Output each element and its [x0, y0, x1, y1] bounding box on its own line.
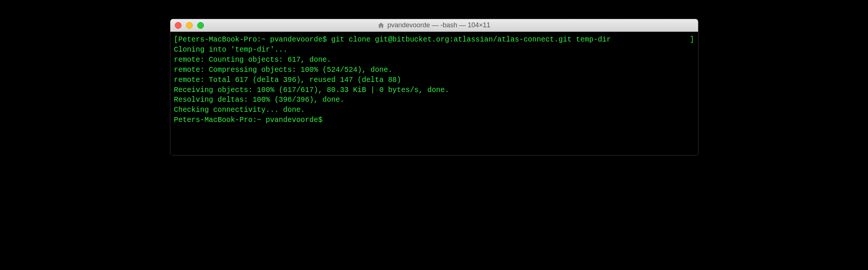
output-line: remote: Total 617 (delta 396), reused 14…: [174, 75, 694, 85]
output-line: Checking connectivity... done.: [174, 105, 694, 115]
output-line: Cloning into 'temp-dir'...: [174, 45, 694, 55]
output-line: remote: Compressing objects: 100% (524/5…: [174, 65, 694, 75]
final-prompt-line: Peters-MacBook-Pro:~ pvandevoorde$: [174, 115, 694, 125]
prompt-content: Peters-MacBook-Pro:~ pvandevoorde$ git c…: [178, 35, 690, 45]
output-line: remote: Counting objects: 617, done.: [174, 55, 694, 65]
close-button[interactable]: [175, 22, 182, 29]
prompt-open-bracket: [: [174, 35, 179, 45]
prompt-line: [ Peters-MacBook-Pro:~ pvandevoorde$ git…: [174, 35, 694, 45]
home-icon: [378, 22, 384, 29]
terminal-window: pvandevoorde — -bash — 104×11 [ Peters-M…: [170, 19, 698, 156]
traffic-lights: [175, 22, 204, 29]
prompt-close-bracket: ]: [690, 35, 694, 45]
output-line: Receiving objects: 100% (617/617), 80.33…: [174, 85, 694, 95]
zoom-button[interactable]: [197, 22, 204, 29]
output-line: Resolving deltas: 100% (396/396), done.: [174, 95, 694, 105]
terminal-body[interactable]: [ Peters-MacBook-Pro:~ pvandevoorde$ git…: [170, 32, 698, 155]
final-prompt: Peters-MacBook-Pro:~ pvandevoorde$: [174, 115, 327, 125]
title-bar-content: pvandevoorde — -bash — 104×11: [378, 21, 490, 29]
window-title: pvandevoorde — -bash — 104×11: [387, 21, 490, 29]
title-bar[interactable]: pvandevoorde — -bash — 104×11: [170, 19, 698, 32]
minimize-button[interactable]: [186, 22, 193, 29]
